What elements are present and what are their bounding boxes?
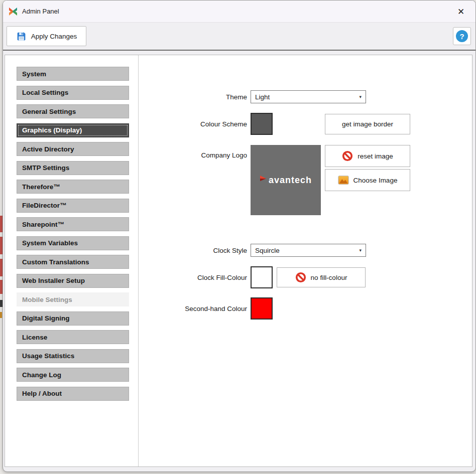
sidebar-item-general-settings[interactable]: General Settings [17, 104, 129, 118]
chevron-down-icon: ▾ [359, 248, 362, 253]
app-logo-icon [8, 7, 18, 17]
background-artifact [0, 312, 2, 318]
clock-style-label: Clock Style [141, 244, 247, 257]
save-icon [16, 31, 27, 42]
no-entry-icon [342, 150, 353, 162]
no-fill-colour-button[interactable]: no fill-colour [277, 267, 366, 287]
reset-image-button[interactable]: reset image [325, 145, 410, 167]
sidebar-nav: System Local Settings General Settings G… [17, 67, 129, 401]
sidebar-divider [138, 55, 139, 466]
window-title: Admin Panel [22, 8, 59, 15]
theme-label: Theme [141, 90, 247, 103]
sidebar-item-active-directory[interactable]: Active Directory [17, 142, 129, 156]
get-image-border-button[interactable]: get image border [325, 114, 410, 134]
apply-changes-label: Apply Changes [31, 33, 77, 40]
sidebar-item-help-about[interactable]: Help / About [17, 387, 129, 401]
sidebar-item-mobile-settings: Mobile Settings [17, 292, 129, 306]
admin-panel-window: Admin Panel ✕ Apply Changes ? Sys [3, 0, 476, 472]
choose-image-button[interactable]: Choose Image [325, 169, 410, 191]
sidebar-item-local-settings[interactable]: Local Settings [17, 86, 129, 100]
clock-style-value: Squircle [255, 247, 280, 254]
no-entry-icon [295, 272, 306, 283]
image-icon [338, 175, 349, 186]
chevron-down-icon: ▾ [359, 94, 362, 99]
theme-dropdown[interactable]: Light ▾ [251, 90, 366, 103]
theme-value: Light [255, 93, 270, 101]
company-logo-preview: avantech [251, 145, 321, 215]
sidebar-item-system[interactable]: System [17, 67, 129, 81]
sidebar-item-therefore[interactable]: Therefore™ [17, 180, 129, 194]
content-panel: System Local Settings General Settings G… [5, 55, 472, 467]
clock-fill-colour-label: Clock Fill-Colour [141, 271, 247, 284]
company-logo-label: Company Logo [141, 148, 247, 162]
apply-changes-button[interactable]: Apply Changes [7, 26, 86, 46]
second-hand-colour-swatch[interactable] [251, 297, 273, 320]
colour-scheme-label: Colour Scheme [141, 117, 247, 130]
close-button[interactable]: ✕ [451, 1, 470, 23]
sidebar-item-digital-signing[interactable]: Digital Signing [17, 311, 129, 326]
toolbar: Apply Changes ? [3, 23, 475, 50]
sidebar-item-usage-statistics[interactable]: Usage Statistics [17, 349, 129, 363]
sidebar-item-web-installer-setup[interactable]: Web Installer Setup [17, 274, 129, 288]
company-logo-text: avantech [269, 175, 312, 186]
avantech-arrow-icon [260, 175, 268, 183]
colour-scheme-swatch[interactable] [251, 113, 273, 135]
sidebar-item-filedirector[interactable]: FileDirector™ [17, 199, 129, 213]
help-icon: ? [456, 30, 468, 42]
help-button[interactable]: ? [453, 27, 471, 45]
toolbar-divider [3, 50, 475, 51]
close-icon: ✕ [457, 7, 464, 17]
sidebar-item-smtp-settings[interactable]: SMTP Settings [17, 161, 129, 175]
clock-fill-colour-swatch[interactable] [251, 266, 273, 288]
sidebar-item-graphics-display[interactable]: Graphics (Display) [17, 123, 129, 137]
sidebar-item-change-log[interactable]: Change Log [17, 368, 129, 382]
clock-style-dropdown[interactable]: Squircle ▾ [251, 244, 366, 257]
sidebar-item-system-variables[interactable]: System Variables [17, 236, 129, 250]
sidebar-item-sharepoint[interactable]: Sharepoint™ [17, 217, 129, 231]
title-bar: Admin Panel ✕ [3, 1, 475, 23]
sidebar-item-license[interactable]: License [17, 330, 129, 344]
second-hand-colour-label: Second-hand Colour [141, 302, 247, 315]
sidebar-item-custom-translations[interactable]: Custom Translations [17, 255, 129, 269]
